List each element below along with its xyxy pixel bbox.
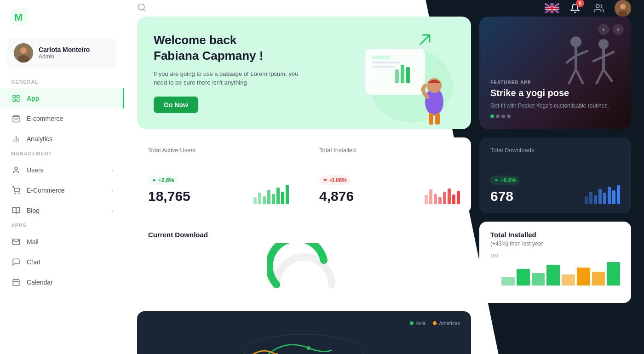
chat-icon — [11, 257, 21, 267]
app-logo: M — [11, 8, 29, 26]
active-users-chart — [253, 181, 289, 204]
app-icon — [11, 93, 21, 103]
total-downloads-value: 678 — [490, 188, 520, 204]
current-download-card: Current Download — [137, 222, 471, 303]
sidebar-item-ecommerce2[interactable]: E-Commerce › — [0, 180, 124, 200]
change-badge-positive: +2.6% — [148, 176, 178, 185]
search-icon — [137, 3, 146, 14]
logo-area: M — [0, 0, 124, 34]
featured-app-desc: Get fit with Pocket Yoga's customisable … — [490, 102, 620, 110]
mail-icon — [11, 237, 21, 247]
users-button[interactable] — [591, 0, 607, 17]
language-selector[interactable] — [545, 3, 559, 13]
active-users-change: +2.6% — [148, 176, 190, 185]
total-downloads-chart — [585, 181, 620, 204]
notification-button[interactable]: 8 — [567, 0, 583, 17]
main-area: 8 — [124, 0, 644, 354]
section-label-general: GENERAL — [0, 77, 124, 88]
total-installed-chart-title: Total Installed — [490, 231, 620, 239]
blog-icon — [11, 206, 21, 216]
svg-point-45 — [598, 39, 609, 49]
sidebar-item-users[interactable]: Users › — [0, 160, 124, 180]
go-now-button[interactable]: Go Now — [154, 97, 198, 113]
stat-card-total-downloads: Total Downloads +8.6% 678 — [479, 137, 631, 213]
svg-rect-29 — [372, 56, 391, 59]
svg-rect-7 — [17, 99, 19, 102]
active-users-value: 18,765 — [148, 188, 190, 204]
sidebar-item-blog[interactable]: Blog › — [0, 200, 124, 221]
sidebar-item-chat[interactable]: Chat — [0, 252, 124, 272]
welcome-illustration — [328, 26, 457, 127]
world-map-chart — [240, 330, 368, 354]
featured-dots — [490, 114, 620, 118]
sidebar-item-calendar[interactable]: Calendar — [0, 272, 124, 292]
users-icon — [11, 165, 21, 175]
welcome-card: Welcome back Fabiana Capmany ! If you ar… — [137, 17, 471, 129]
total-installed-chart — [425, 181, 460, 204]
search-box[interactable] — [137, 3, 146, 14]
sidebar-item-chat-label: Chat — [27, 258, 113, 266]
sidebar-item-analytics[interactable]: Analytics — [0, 129, 124, 149]
welcome-title: Welcome back Fabiana Capmany ! — [154, 33, 301, 64]
section-label-apps: APPS — [0, 221, 124, 232]
total-downloads-label: Total Downloads — [490, 147, 620, 154]
analytics-icon — [11, 134, 21, 144]
topbar-avatar[interactable] — [615, 0, 631, 17]
sidebar-item-users-label: Users — [27, 166, 106, 174]
svg-rect-5 — [13, 95, 15, 97]
featured-app-label: FEATURED APP — [490, 80, 620, 85]
legend-americas: Americas — [433, 320, 460, 326]
svg-rect-31 — [372, 66, 395, 68]
sidebar-item-ecommerce[interactable]: E-commerce — [0, 108, 124, 129]
donut-chart — [267, 243, 341, 294]
svg-point-3 — [20, 47, 27, 54]
total-installed-change: -0.06% — [319, 176, 354, 185]
featured-app-title: Strike a yogi pose — [490, 88, 620, 98]
chevron-right-icon2: › — [111, 188, 113, 193]
ecommerce-icon — [11, 114, 21, 124]
featured-nav: ‹ › — [598, 24, 624, 35]
svg-point-13 — [15, 167, 17, 170]
svg-point-23 — [596, 5, 599, 8]
svg-point-14 — [15, 193, 16, 194]
sidebar-item-analytics-label: Analytics — [27, 135, 113, 143]
svg-line-48 — [604, 52, 614, 57]
svg-rect-34 — [406, 67, 410, 83]
stats-row: Total Active Users +2.6% 18,765 — [137, 137, 471, 213]
svg-point-20 — [138, 4, 144, 10]
avatar — [14, 43, 33, 63]
y-axis-label: 100 — [490, 253, 498, 258]
svg-text:M: M — [14, 11, 23, 23]
sidebar-item-mail[interactable]: Mail — [0, 232, 124, 252]
calendar-icon — [11, 277, 21, 287]
sidebar-item-calendar-label: Calendar — [27, 279, 113, 286]
sidebar-item-app[interactable]: App — [0, 88, 124, 108]
svg-rect-37 — [429, 113, 433, 125]
svg-point-15 — [18, 193, 19, 194]
featured-prev-button[interactable]: ‹ — [598, 24, 609, 35]
dot-4 — [507, 114, 511, 118]
svg-rect-8 — [13, 99, 15, 102]
topbar-right: 8 — [545, 0, 631, 17]
svg-rect-33 — [401, 65, 404, 83]
user-profile-card[interactable]: Carlota Monteiro Admin — [7, 38, 117, 68]
svg-rect-38 — [435, 113, 440, 125]
sidebar-item-app-label: App — [27, 95, 113, 102]
legend-asia: Asia — [410, 320, 426, 326]
user-info: Carlota Monteiro Admin — [39, 46, 90, 60]
featured-card: ‹ › FEATURED APP Strike a yogi pose Get … — [479, 17, 631, 129]
total-installed-label: Total Installed — [319, 147, 460, 154]
user-role: Admin — [39, 53, 90, 60]
notification-badge: 8 — [576, 0, 584, 7]
welcome-text: Welcome back Fabiana Capmany ! If you ar… — [154, 33, 301, 113]
chevron-right-icon: › — [111, 167, 113, 173]
total-installed-chart-card: Total Installed (+43%) than last year 10… — [479, 222, 631, 303]
featured-next-button[interactable]: › — [613, 24, 624, 35]
total-installed-value: 4,876 — [319, 188, 354, 204]
svg-line-21 — [144, 9, 145, 11]
chevron-right-icon3: › — [111, 208, 113, 213]
svg-rect-6 — [17, 95, 19, 97]
dot-1 — [490, 114, 494, 118]
active-users-label: Total Active Users — [148, 147, 289, 154]
svg-point-39 — [570, 36, 581, 47]
